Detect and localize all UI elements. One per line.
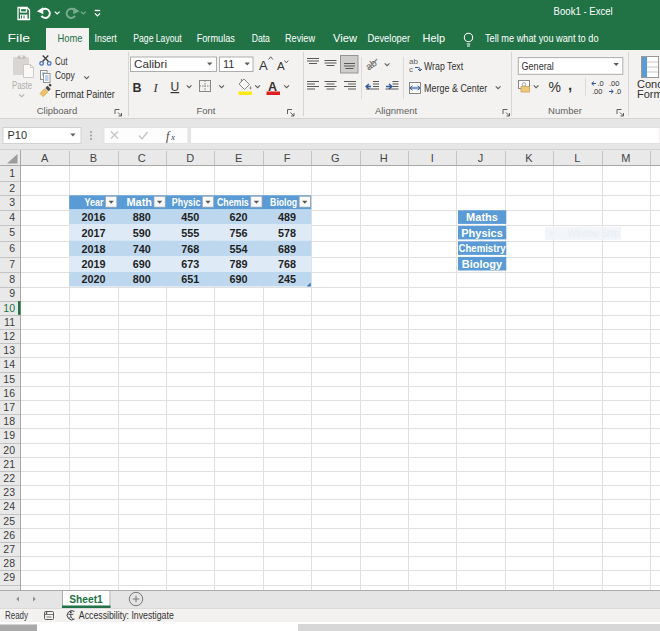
svg-text:789: 789 xyxy=(230,258,248,270)
svg-text:27: 27 xyxy=(3,543,15,555)
svg-text:14: 14 xyxy=(3,358,15,370)
svg-text:Ready: Ready xyxy=(5,609,29,621)
svg-text:Developer: Developer xyxy=(368,32,411,44)
svg-text:9: 9 xyxy=(9,287,15,299)
svg-text:12: 12 xyxy=(3,330,15,342)
svg-text:10: 10 xyxy=(3,302,15,314)
svg-text:7: 7 xyxy=(9,258,15,270)
svg-text:880: 880 xyxy=(133,211,151,223)
svg-text:Sheet1: Sheet1 xyxy=(69,593,103,605)
svg-text:,: , xyxy=(568,76,572,93)
svg-text:768: 768 xyxy=(181,243,199,255)
svg-text:245: 245 xyxy=(278,273,296,285)
svg-text:740: 740 xyxy=(133,243,151,255)
svg-text:M: M xyxy=(621,152,630,164)
svg-text:17: 17 xyxy=(3,401,15,413)
svg-text:578: 578 xyxy=(278,227,296,239)
svg-text:Tell me what you want to do: Tell me what you want to do xyxy=(485,32,599,44)
svg-text:Physics: Physics xyxy=(461,227,503,239)
svg-text:590: 590 xyxy=(133,227,151,239)
svg-text:28: 28 xyxy=(3,557,15,569)
svg-text:General: General xyxy=(522,60,554,72)
svg-text:H: H xyxy=(380,152,388,164)
svg-text:620: 620 xyxy=(230,211,248,223)
svg-text:Paste: Paste xyxy=(12,79,32,91)
svg-text:4: 4 xyxy=(9,211,15,223)
svg-text:Biology: Biology xyxy=(462,258,503,270)
svg-text:Formulas: Formulas xyxy=(197,32,235,44)
svg-text:2019: 2019 xyxy=(81,258,105,270)
svg-text:651: 651 xyxy=(181,273,199,285)
svg-text:Font: Font xyxy=(196,105,215,116)
svg-text:Chemis: Chemis xyxy=(217,196,249,208)
svg-text:690: 690 xyxy=(133,258,151,270)
svg-text:B: B xyxy=(133,81,142,95)
svg-text:554: 554 xyxy=(230,243,248,255)
svg-text:Home: Home xyxy=(58,32,83,44)
svg-text:16: 16 xyxy=(3,387,15,399)
svg-text:Alignment: Alignment xyxy=(375,105,418,116)
svg-text:555: 555 xyxy=(181,227,199,239)
svg-text:19: 19 xyxy=(3,429,15,441)
svg-text:P10: P10 xyxy=(8,129,28,141)
svg-text:6: 6 xyxy=(9,242,15,254)
svg-text:View: View xyxy=(333,32,357,44)
svg-text:E: E xyxy=(235,152,242,164)
svg-text:673: 673 xyxy=(181,258,199,270)
svg-text:8: 8 xyxy=(9,273,15,285)
svg-text:Forma: Forma xyxy=(637,88,660,100)
svg-text:c: c xyxy=(409,65,413,74)
svg-text:Accessibility: Investigate: Accessibility: Investigate xyxy=(79,610,174,621)
svg-text:.00: .00 xyxy=(592,87,602,96)
svg-text:2016: 2016 xyxy=(81,211,105,223)
svg-text:768: 768 xyxy=(278,258,296,270)
svg-text:K: K xyxy=(525,152,533,164)
svg-text:11: 11 xyxy=(4,316,15,328)
svg-text:26: 26 xyxy=(3,529,15,541)
svg-text:Biolog: Biolog xyxy=(270,196,297,208)
svg-text:22: 22 xyxy=(3,472,15,484)
svg-text:756: 756 xyxy=(230,227,248,239)
svg-text:Merge & Center: Merge & Center xyxy=(424,82,488,94)
svg-text:689: 689 xyxy=(278,243,296,255)
svg-text:B: B xyxy=(90,152,97,164)
svg-text:U: U xyxy=(171,80,180,94)
svg-text:450: 450 xyxy=(181,211,199,223)
svg-text:A: A xyxy=(41,152,49,164)
svg-text:Year: Year xyxy=(84,196,103,208)
svg-text:2017: 2017 xyxy=(81,227,105,239)
svg-text:D: D xyxy=(186,152,194,164)
svg-text:13: 13 xyxy=(3,344,15,356)
svg-text:A: A xyxy=(277,60,285,72)
svg-text:Wrap Text: Wrap Text xyxy=(424,60,463,72)
svg-text:3: 3 xyxy=(9,196,15,208)
svg-text:Book1 - Excel: Book1 - Excel xyxy=(554,5,613,17)
svg-text:690: 690 xyxy=(230,273,248,285)
svg-text:Window Snip: Window Snip xyxy=(568,228,619,239)
svg-text:800: 800 xyxy=(133,273,151,285)
svg-text:29: 29 xyxy=(3,571,15,583)
svg-text:Copy: Copy xyxy=(55,69,75,81)
svg-text:20: 20 xyxy=(3,444,15,456)
svg-text:Math: Math xyxy=(127,196,153,208)
svg-text:A: A xyxy=(259,58,268,73)
svg-text:C: C xyxy=(138,152,146,164)
svg-text:Insert: Insert xyxy=(95,32,117,44)
svg-text:21: 21 xyxy=(3,458,15,470)
svg-text:11: 11 xyxy=(223,58,234,70)
svg-text:File: File xyxy=(8,32,31,44)
svg-text:I: I xyxy=(431,152,434,164)
svg-text:x: x xyxy=(170,132,175,142)
svg-text:Chemistry: Chemistry xyxy=(459,242,507,254)
svg-text:Data: Data xyxy=(252,32,270,44)
svg-text:Maths: Maths xyxy=(466,211,498,223)
svg-text:2018: 2018 xyxy=(81,243,105,255)
svg-text:Help: Help xyxy=(423,32,446,44)
svg-text:L: L xyxy=(574,152,580,164)
svg-text:Review: Review xyxy=(285,32,315,44)
svg-text:J: J xyxy=(478,152,484,164)
svg-text:I: I xyxy=(153,81,159,95)
svg-text:25: 25 xyxy=(3,515,15,527)
svg-text:1: 1 xyxy=(9,167,15,179)
svg-text:.0: .0 xyxy=(615,87,621,96)
